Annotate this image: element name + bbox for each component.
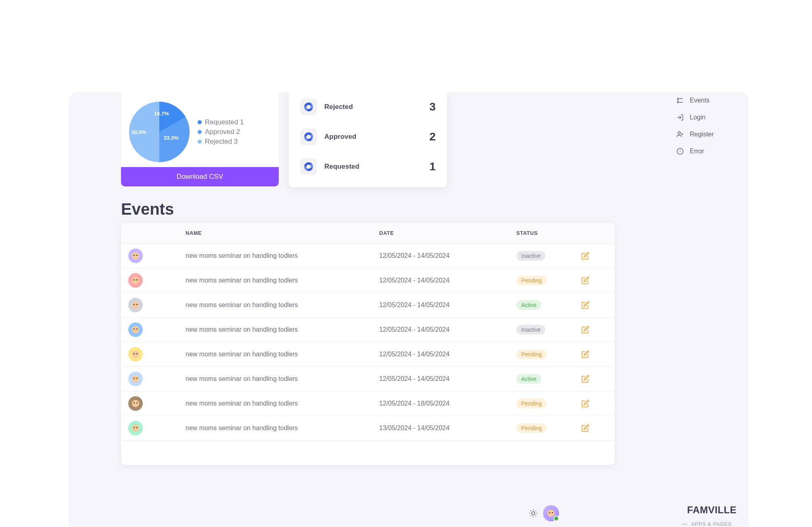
legend-dot-icon: [198, 120, 202, 124]
avatar: [128, 298, 143, 312]
status-badge: Pending: [516, 276, 547, 285]
legend-label: Approved 2: [205, 128, 240, 136]
stat-label: Requested: [324, 163, 359, 171]
avatar: [128, 421, 143, 435]
nav-item-events[interactable]: Events: [676, 92, 737, 109]
event-name: new moms seminar on handling todlers: [186, 252, 379, 259]
avatar: [128, 322, 143, 337]
summary-pie-card: 16.7% 33.3% 50.0% Requested 1 Approved 2…: [121, 92, 279, 186]
legend-item: Rejected 3: [198, 138, 244, 146]
events-table: NAME DATE STATUS new moms seminar on han…: [121, 223, 615, 465]
register-icon: [676, 130, 684, 138]
event-date: 12/05/2024 - 14/05/2024: [379, 252, 516, 259]
table-row: new moms seminar on handling todlers 12/…: [121, 391, 615, 416]
nav-label: Error: [690, 148, 704, 155]
login-icon: [676, 113, 684, 121]
avatar: [128, 273, 143, 288]
legend-label: Requested 1: [205, 118, 244, 126]
edit-button[interactable]: [581, 251, 590, 260]
table-row: new moms seminar on handling todlers 12/…: [121, 244, 615, 268]
event-date: 12/05/2024 - 14/05/2024: [379, 351, 516, 358]
table-row: new moms seminar on handling todlers 12/…: [121, 342, 615, 367]
event-date: 12/05/2024 - 14/05/2024: [379, 375, 516, 383]
status-badge: Active: [516, 300, 541, 310]
edit-button[interactable]: [581, 399, 590, 408]
edit-button[interactable]: [581, 424, 590, 433]
event-name: new moms seminar on handling todlers: [186, 425, 379, 432]
events-heading: Events: [121, 200, 174, 218]
stat-label: Rejected: [324, 103, 353, 111]
svg-point-4: [532, 512, 535, 515]
stat-value: 1: [429, 160, 436, 173]
brand-logo: FAMVILLE: [687, 504, 737, 516]
edit-button[interactable]: [581, 325, 590, 334]
column-header-date: DATE: [379, 230, 516, 236]
column-header-name: NAME: [186, 230, 379, 236]
svg-point-0: [677, 98, 678, 99]
legend-item: Requested 1: [198, 118, 244, 126]
events-icon: [676, 96, 684, 105]
stat-label: Approved: [324, 133, 356, 141]
event-date: 12/05/2024 - 14/05/2024: [379, 277, 516, 284]
avatar: [128, 396, 143, 411]
event-date: 13/05/2024 - 14/05/2024: [379, 425, 516, 432]
event-date: 12/05/2024 - 18/05/2024: [379, 400, 516, 407]
pie-slice-label: 16.7%: [154, 111, 169, 117]
nav-item-login[interactable]: Login: [676, 109, 737, 126]
nav-label: Register: [690, 131, 714, 138]
legend-dot-icon: [198, 130, 202, 134]
edit-button[interactable]: [581, 374, 590, 383]
svg-point-1: [677, 102, 678, 103]
legend-item: Approved 2: [198, 128, 244, 136]
pie-legend: Requested 1 Approved 2 Rejected 3: [198, 117, 244, 147]
event-name: new moms seminar on handling todlers: [186, 400, 379, 407]
edit-button[interactable]: [581, 276, 590, 285]
pie-chart: 16.7% 33.3% 50.0%: [129, 102, 190, 162]
edit-button[interactable]: [581, 350, 590, 359]
event-name: new moms seminar on handling todlers: [186, 326, 379, 333]
legend-label: Rejected 3: [205, 138, 238, 146]
stats-card: Rejected 3 Approved 2 Requested 1: [289, 92, 447, 187]
gear-icon: [300, 128, 317, 145]
column-header-status: STATUS: [516, 230, 581, 236]
pie-slice-label: 50.0%: [132, 129, 146, 135]
event-name: new moms seminar on handling todlers: [186, 301, 379, 309]
table-row: new moms seminar on handling todlers 12/…: [121, 293, 615, 318]
status-badge: Inactive: [516, 251, 545, 261]
gear-icon: [300, 158, 317, 175]
status-badge: Pending: [516, 423, 547, 433]
gear-icon: [300, 98, 317, 115]
stat-row-approved: Approved 2: [300, 122, 436, 152]
event-name: new moms seminar on handling todlers: [186, 375, 379, 383]
nav-item-register[interactable]: Register: [676, 126, 737, 143]
status-badge: Pending: [516, 399, 547, 408]
pie-chart-wrap: 16.7% 33.3% 50.0% Requested 1 Approved 2…: [121, 92, 279, 167]
edit-button[interactable]: [581, 301, 590, 310]
event-name: new moms seminar on handling todlers: [186, 351, 379, 358]
status-badge: Inactive: [516, 325, 545, 335]
stat-value: 3: [429, 100, 436, 113]
table-row: new moms seminar on handling todlers 12/…: [121, 268, 615, 293]
nav-label: Events: [690, 97, 710, 104]
pie-slice-label: 33.3%: [164, 135, 179, 141]
table-header: NAME DATE STATUS: [121, 223, 615, 244]
event-date: 12/05/2024 - 14/05/2024: [379, 326, 516, 333]
theme-toggle-button[interactable]: [528, 508, 538, 518]
legend-dot-icon: [198, 140, 202, 144]
event-date: 12/05/2024 - 14/05/2024: [379, 301, 516, 309]
svg-point-2: [678, 132, 680, 134]
user-avatar[interactable]: [543, 505, 559, 521]
stat-value: 2: [429, 130, 436, 143]
apps-pages-label: APPS & PAGES: [682, 521, 732, 527]
nav-item-error[interactable]: Error: [676, 143, 737, 160]
avatar: [128, 249, 143, 263]
table-row: new moms seminar on handling todlers 12/…: [121, 318, 615, 342]
stat-row-requested: Requested 1: [300, 152, 436, 182]
status-badge: Pending: [516, 349, 547, 359]
error-icon: [676, 147, 684, 155]
avatar: [128, 372, 143, 386]
avatar: [128, 347, 143, 362]
right-nav: Events Login Register Error: [676, 92, 737, 160]
download-csv-button[interactable]: Download CSV: [121, 167, 279, 186]
event-name: new moms seminar on handling todlers: [186, 277, 379, 284]
